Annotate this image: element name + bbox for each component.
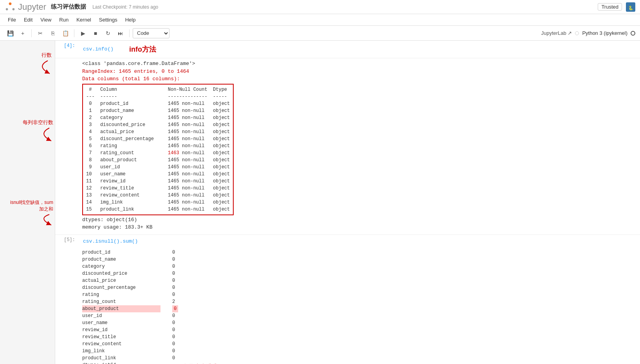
jupyter-logo: Jupyter <box>5 2 46 13</box>
cell5-input: [5]: csv.isnull().sum() <box>55 234 640 248</box>
python-icon: 🐍 <box>626 2 635 12</box>
cell4-out-class: <class 'pandas.core.frame.DataFrame'> <box>82 60 234 68</box>
annotation-isnull-arrow <box>26 213 53 226</box>
cell4-output-spacer <box>55 58 77 233</box>
menu-edit[interactable]: Edit <box>21 16 36 23</box>
paste-button[interactable]: 📋 <box>60 28 71 39</box>
cell4-columns-box: # Column Non-Null Count Dtype --- ------… <box>82 84 234 215</box>
col-11: 11 review_id 1465 non-null object <box>86 178 230 185</box>
svg-point-1 <box>6 8 8 10</box>
cell4-code: csv.info() <box>83 45 114 53</box>
kernel-status-circle <box>631 31 635 36</box>
kernel-circle <box>575 31 579 35</box>
cell4-input: [4]: csv.info() info方法 <box>55 41 640 58</box>
col-1: 1 product_name 1465 non-null object <box>86 107 230 114</box>
separator3 <box>129 29 130 37</box>
add-cell-button[interactable]: + <box>17 28 28 39</box>
col-13: 13 review_content 1465 non-null object <box>86 192 230 199</box>
svg-point-0 <box>9 2 12 5</box>
col-0: 0 product_id 1465 non-null object <box>86 100 230 107</box>
cell4-col-sep: --- ------ -------------- ----- <box>86 93 230 100</box>
col-7: 7 rating_count 1463 non-null object <box>86 150 230 157</box>
left-margin: 行数 每列非空行数 isnull找空缺值，sum加之和 <box>0 41 55 364</box>
col-3: 3 discounted_price 1465 non-null object <box>86 121 230 128</box>
annotation-hang-shu: 行数 <box>28 52 52 76</box>
col-6: 6 rating 1465 non-null object <box>86 142 230 150</box>
menu-view[interactable]: View <box>37 16 54 23</box>
separator1 <box>31 29 32 37</box>
main-content: [4]: csv.info() info方法 <class 'pandas.co… <box>55 41 640 364</box>
toolbar: 💾 + ✂ ⎘ 📋 ▶ ■ ↻ ⏭ Code Markdown Raw Jupy… <box>0 26 640 41</box>
svg-point-2 <box>13 8 15 10</box>
cell5-col-values: 0 0 0 0 0 0 0 2 0 0 0 0 0 0 0 <box>172 249 178 364</box>
col-12: 12 review_title 1465 non-null object <box>86 185 230 192</box>
notebook-area: 行数 每列非空行数 isnull找空缺值，sum加之和 [4 <box>0 41 640 364</box>
save-button[interactable]: 💾 <box>5 28 16 39</box>
cell4-output-row: <class 'pandas.core.frame.DataFrame'> Ra… <box>55 58 640 233</box>
cell4-output: <class 'pandas.core.frame.DataFrame'> Ra… <box>78 58 238 233</box>
cell4-col-header: # Column Non-Null Count Dtype <box>86 86 230 93</box>
toolbar-right: JupyterLab ↗ Python 3 (ipykernel) <box>541 30 635 36</box>
svg-text:🐍: 🐍 <box>628 5 634 10</box>
cell4-columns-list: 0 product_id 1465 non-null object 1 prod… <box>86 100 230 213</box>
menu-bar: File Edit View Run Kernel Settings Help <box>0 14 640 26</box>
annotation-mei-lie-arrow <box>26 126 53 142</box>
cell4-section-header: info方法 <box>129 43 156 56</box>
cell4-out-range: RangeIndex: 1465 entries, 0 to 1464 <box>82 68 234 76</box>
cell4-prompt: [4]: <box>55 41 77 58</box>
col-2: 2 category 1465 non-null object <box>86 114 230 121</box>
menu-file[interactable]: File <box>5 16 19 23</box>
restart-button[interactable]: ↻ <box>103 28 114 39</box>
cell5-output-cols: product_id product_name category discoun… <box>82 249 178 364</box>
restart-run-button[interactable]: ⏭ <box>115 28 126 39</box>
cell5-output-row: product_id product_name category discoun… <box>55 247 640 364</box>
menu-run[interactable]: Run <box>56 16 72 23</box>
annotation-hang-shu-arrow <box>28 59 52 74</box>
cell4-body[interactable]: csv.info() info方法 <box>78 41 640 58</box>
cell5-code: csv.isnull().sum() <box>83 238 138 244</box>
annotation-isnull-text: isnull找空缺值，sum加之和 <box>6 199 53 213</box>
copy-button[interactable]: ⎘ <box>47 28 58 39</box>
top-bar: Jupyter 练习评估数据 Last Checkpoint: 7 minute… <box>0 0 640 14</box>
kernel-info-text: Python 3 (ipykernel) <box>582 30 627 36</box>
checkpoint-info: Last Checkpoint: 7 minutes ago <box>92 4 158 10</box>
run-button[interactable]: ▶ <box>78 28 88 39</box>
annotation-mei-lie: 每列非空行数 <box>23 119 53 143</box>
notebook-title: 练习评估数据 <box>51 3 86 11</box>
separator2 <box>74 29 74 37</box>
cut-button[interactable]: ✂ <box>35 28 46 39</box>
jupyter-text: Jupyter <box>18 2 46 12</box>
top-bar-right: Trusted 🐍 <box>598 2 635 12</box>
annotation-mei-lie-text: 每列非空行数 <box>23 119 53 126</box>
col-15: 15 product_link 1465 non-null object <box>86 206 230 213</box>
trusted-badge: Trusted <box>598 3 622 11</box>
annotation-hang-shu-text: 行数 <box>28 52 52 59</box>
cell4-dtypes: dtypes: object(16) <box>82 216 234 224</box>
cell5-body[interactable]: csv.isnull().sum() <box>78 235 640 248</box>
annotation-isnull: isnull找空缺值，sum加之和 <box>6 199 53 228</box>
col-9: 9 user_id 1465 non-null object <box>86 164 230 171</box>
menu-kernel[interactable]: Kernel <box>73 16 94 23</box>
col-10: 10 user_name 1465 non-null object <box>86 171 230 178</box>
cell5-output-spacer <box>55 247 77 364</box>
jupyterlab-link[interactable]: JupyterLab ↗ <box>541 30 572 36</box>
menu-settings[interactable]: Settings <box>96 16 121 23</box>
menu-help[interactable]: Help <box>122 16 139 23</box>
jupyter-logo-icon <box>5 2 16 13</box>
col-14: 14 img_link 1465 non-null object <box>86 199 230 206</box>
cell5-prompt: [5]: <box>55 235 77 248</box>
cell4-out-cols: Data columns (total 16 columns): <box>82 75 234 83</box>
cell4-memory: memory usage: 183.3+ KB <box>82 223 234 231</box>
col-5: 5 discount_percentage 1465 non-null obje… <box>86 135 230 142</box>
col-4: 4 actual_price 1465 non-null object <box>86 128 230 135</box>
cell-type-select[interactable]: Code Markdown Raw <box>133 28 169 38</box>
col-8: 8 about_product 1465 non-null object <box>86 157 230 164</box>
cell5-output: product_id product_name category discoun… <box>78 247 183 364</box>
cell5-col-names: product_id product_name category discoun… <box>82 249 160 364</box>
ti-qu-annotation: 提取出来看看 <box>160 362 207 364</box>
ti-qu-text: 提取出来看看 <box>184 362 217 364</box>
stop-button[interactable]: ■ <box>90 28 101 39</box>
